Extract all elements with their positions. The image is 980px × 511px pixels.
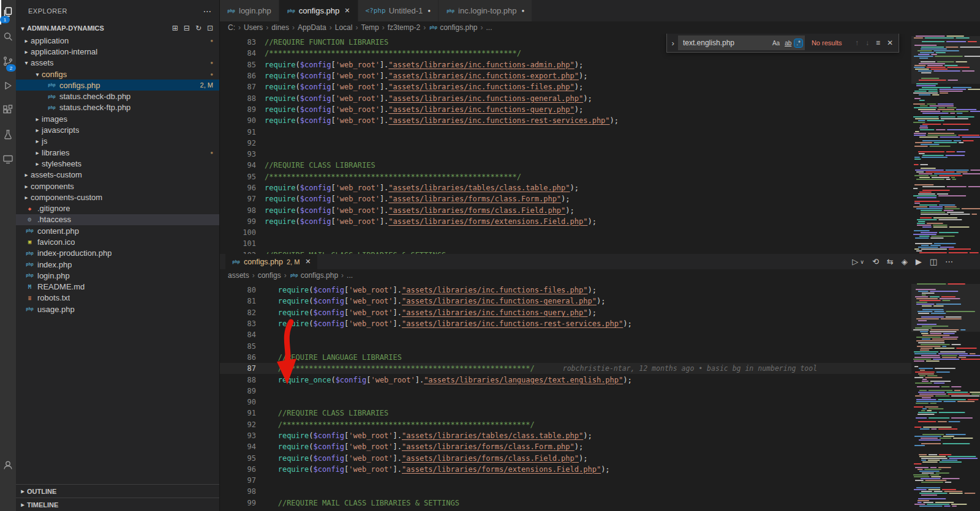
breadcrumb-item[interactable]: fz3temp-2 bbox=[388, 23, 420, 32]
more-actions-icon[interactable]: ⋯ bbox=[945, 257, 953, 266]
collapse-all-icon[interactable]: ⊡ bbox=[207, 24, 213, 32]
tree-item-index-production.php[interactable]: phpindex-production.php bbox=[16, 248, 219, 259]
tree-item-index.php[interactable]: phpindex.php bbox=[16, 259, 219, 270]
tree-item-content.php[interactable]: phpcontent.php bbox=[16, 225, 219, 236]
chevron-right-icon: ▸ bbox=[22, 37, 31, 44]
breadcrumb-item[interactable]: dines bbox=[271, 23, 289, 32]
tab-inc.login-top.php[interactable]: phpinc.login-top.php● bbox=[439, 0, 532, 21]
whole-word-icon[interactable]: ab bbox=[783, 39, 793, 47]
toggle-replace-icon[interactable]: › bbox=[670, 39, 676, 48]
tree-item-status.check-ftp.php[interactable]: phpstatus.check-ftp.php bbox=[16, 102, 219, 113]
breadcrumb-separator-icon: › bbox=[252, 271, 255, 280]
new-folder-icon[interactable]: ⊟ bbox=[184, 24, 190, 32]
new-file-icon[interactable]: ⊞ bbox=[172, 24, 178, 32]
tree-item-login.php[interactable]: phplogin.php bbox=[16, 270, 219, 281]
tree-item-configs[interactable]: ▾configs● bbox=[16, 69, 219, 80]
code-line: 96 require($config['web_root']."assets/l… bbox=[219, 464, 911, 475]
line-number: 91 bbox=[219, 128, 265, 136]
breadcrumb-item[interactable]: configs.php bbox=[440, 23, 477, 32]
history-icon[interactable]: ⟲ bbox=[872, 257, 879, 266]
breadcrumb-item[interactable]: ... bbox=[486, 23, 492, 32]
find-input[interactable]: text.english.php Aa ab .* bbox=[678, 35, 805, 50]
tree-item-status.check-db.php[interactable]: phpstatus.check-db.php bbox=[16, 91, 219, 102]
breadcrumb-separator-icon: › bbox=[292, 23, 295, 32]
extensions-icon[interactable] bbox=[0, 98, 16, 122]
breadcrumb-item[interactable]: Temp bbox=[361, 23, 379, 32]
editor-pane-bottom[interactable]: 80 require($config['web_root']."assets/l… bbox=[219, 282, 980, 511]
line-number: 94 bbox=[219, 161, 265, 170]
search-icon[interactable] bbox=[0, 24, 16, 49]
close-icon[interactable]: ✕ bbox=[305, 258, 311, 266]
tree-item-usage.php[interactable]: phpusage.php bbox=[16, 304, 219, 315]
close-find-icon[interactable]: ✕ bbox=[884, 37, 895, 48]
run-dropdown-icon[interactable]: ∨ bbox=[860, 259, 864, 265]
source-control-icon[interactable]: 2 bbox=[0, 49, 16, 73]
editor-actions-toolbar: ▷∨⟲⇆◈▶◫⋯ bbox=[852, 257, 953, 266]
explorer-icon[interactable]: 1 bbox=[0, 0, 16, 24]
tree-item-README.md[interactable]: MREADME.md bbox=[16, 282, 219, 293]
tab-configs.php[interactable]: phpconfigs.php✕ bbox=[279, 0, 358, 21]
find-in-selection-icon[interactable]: ≡ bbox=[873, 37, 883, 48]
tree-item-favicon.ico[interactable]: ▣favicon.ico bbox=[16, 236, 219, 247]
tree-item-libraries[interactable]: ▸libraries● bbox=[16, 147, 219, 158]
run-circle-icon[interactable]: ▶ bbox=[916, 257, 922, 266]
code-line: 98require($config['web_root']."assets/li… bbox=[219, 204, 911, 215]
sidebar-spacer bbox=[16, 315, 219, 484]
tree-item-js[interactable]: ▸js bbox=[16, 136, 219, 147]
outline-section[interactable]: ▸ OUTLINE bbox=[16, 484, 219, 498]
tree-item-components-custom[interactable]: ▸components-custom bbox=[16, 192, 219, 203]
workspace-root-row[interactable]: ▾ ADMIN.MAP-DYNAMICS ⊞⊟↻⊡ bbox=[16, 21, 219, 35]
tree-item-assets[interactable]: ▾assets● bbox=[16, 58, 219, 69]
code-view-top: 83//REQUIRE FUNCTION LIBRARIES84/*******… bbox=[219, 34, 911, 254]
testing-icon[interactable] bbox=[0, 122, 16, 147]
line-number: 90 bbox=[219, 116, 265, 125]
tab-configs-bottom[interactable]: php configs.php 2, M ✕ bbox=[225, 254, 317, 269]
breadcrumb-item[interactable]: Users bbox=[244, 23, 263, 32]
previous-match-icon[interactable]: ↑ bbox=[853, 37, 861, 48]
tree-item-configs.php[interactable]: phpconfigs.php2, M bbox=[16, 80, 219, 91]
minimap-top[interactable] bbox=[911, 34, 980, 254]
breadcrumb-item[interactable]: AppData bbox=[298, 23, 326, 32]
more-actions-icon[interactable]: ⋯ bbox=[203, 6, 213, 16]
editor-pane-top[interactable]: 83//REQUIRE FUNCTION LIBRARIES84/*******… bbox=[219, 34, 980, 254]
split-editor-icon[interactable]: ◫ bbox=[930, 257, 937, 266]
account-icon[interactable] bbox=[0, 453, 16, 477]
tab-login.php[interactable]: phplogin.php bbox=[219, 0, 279, 21]
tree-item-robots.txt[interactable]: ≣robots.txt bbox=[16, 293, 219, 304]
match-case-icon[interactable]: Aa bbox=[771, 39, 782, 47]
tree-item-assets-custom[interactable]: ▸assets-custom bbox=[16, 170, 219, 181]
next-match-icon[interactable]: ↓ bbox=[863, 37, 872, 48]
tree-item-.htaccess[interactable]: ⚙.htaccess bbox=[16, 214, 219, 225]
breadcrumb-item[interactable]: assets bbox=[228, 271, 249, 280]
breadcrumb-item[interactable]: Local bbox=[335, 23, 353, 32]
php-file-icon: php bbox=[446, 9, 455, 13]
tree-item-images[interactable]: ▸images bbox=[16, 113, 219, 124]
tree-item-components[interactable]: ▸components bbox=[16, 181, 219, 192]
refresh-icon[interactable]: ↻ bbox=[195, 24, 202, 32]
breadcrumb-item[interactable]: C: bbox=[228, 23, 235, 32]
tree-item-.gitignore[interactable]: ◆.gitignore bbox=[16, 203, 219, 214]
tree-item-application[interactable]: ▸application● bbox=[16, 35, 219, 46]
run-debug-icon[interactable] bbox=[0, 73, 16, 98]
code-line-content: require($config['web_root']."assets/libr… bbox=[265, 184, 579, 192]
remote-explorer-icon[interactable] bbox=[0, 147, 16, 171]
breadcrumb-item[interactable]: ... bbox=[347, 271, 353, 280]
close-icon[interactable]: ✕ bbox=[344, 7, 350, 15]
tab-Untitled-1[interactable]: <?phpUntitled-1● bbox=[358, 0, 439, 21]
minimap-bottom[interactable] bbox=[911, 282, 980, 511]
breadcrumb-item[interactable]: configs bbox=[258, 271, 281, 280]
open-changes-icon[interactable]: ◈ bbox=[902, 257, 908, 266]
line-number: 85 bbox=[219, 342, 265, 351]
tree-item-label: javascripts bbox=[42, 125, 79, 135]
tree-item-application-internal[interactable]: ▸application-internal bbox=[16, 46, 219, 57]
breadcrumb-item[interactable]: configs.php bbox=[301, 271, 338, 280]
code-line: 89require($config['web_root']."assets/li… bbox=[219, 104, 911, 115]
tree-item-stylesheets[interactable]: ▸stylesheets bbox=[16, 158, 219, 169]
code-line: 82 require($config['web_root']."assets/l… bbox=[219, 307, 911, 318]
tree-item-javascripts[interactable]: ▸javascripts bbox=[16, 124, 219, 135]
timeline-section[interactable]: ▸ TIMELINE bbox=[16, 498, 219, 511]
run-icon[interactable]: ▷ bbox=[852, 257, 858, 266]
code-line: 100 bbox=[219, 227, 911, 238]
git-compare-icon[interactable]: ⇆ bbox=[887, 257, 894, 266]
regex-icon[interactable]: .* bbox=[794, 39, 802, 47]
